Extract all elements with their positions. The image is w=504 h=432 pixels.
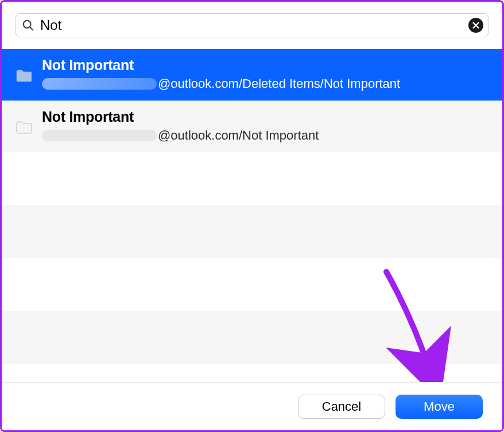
redacted-email-prefix xyxy=(42,78,157,90)
empty-row xyxy=(2,258,502,311)
folder-title: Not Important xyxy=(42,109,497,125)
close-icon xyxy=(472,21,480,29)
search-container xyxy=(2,2,502,49)
folder-result-item[interactable]: Not Important @outlook.com/Deleted Items… xyxy=(2,49,502,101)
folder-result-item[interactable]: Not Important @outlook.com/Not Important xyxy=(2,101,502,152)
empty-row xyxy=(2,152,502,205)
search-input[interactable] xyxy=(40,17,468,33)
empty-row xyxy=(2,311,502,364)
move-button[interactable]: Move xyxy=(396,395,483,419)
clear-search-button[interactable] xyxy=(468,18,483,33)
results-list: Not Important @outlook.com/Deleted Items… xyxy=(2,49,502,364)
cancel-button[interactable]: Cancel xyxy=(298,395,385,419)
empty-row xyxy=(2,205,502,258)
folder-path: @outlook.com/Deleted Items/Not Important xyxy=(42,76,497,91)
folder-path: @outlook.com/Not Important xyxy=(42,128,497,143)
folder-icon xyxy=(15,120,33,136)
search-box[interactable] xyxy=(15,13,489,37)
footer-actions: Cancel Move xyxy=(2,382,502,430)
folder-icon xyxy=(15,68,33,84)
redacted-email-prefix xyxy=(42,130,157,141)
svg-line-1 xyxy=(30,27,33,30)
folder-title: Not Important xyxy=(42,57,497,74)
search-icon xyxy=(22,19,34,32)
